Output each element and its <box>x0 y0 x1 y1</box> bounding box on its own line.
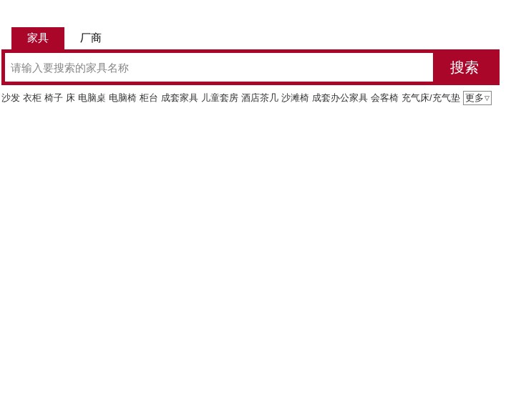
hot-link[interactable]: 床 <box>66 92 75 104</box>
hot-link[interactable]: 成套办公家具 <box>312 92 368 104</box>
hot-link[interactable]: 酒店茶几 <box>241 92 278 104</box>
more-button[interactable]: 更多 ▽ <box>463 91 492 105</box>
hot-link[interactable]: 柜台 <box>140 92 158 104</box>
hot-link[interactable]: 沙发 <box>1 92 20 104</box>
hot-link[interactable]: 沙滩椅 <box>281 92 309 104</box>
search-bar: 搜索 <box>1 49 500 85</box>
hot-link[interactable]: 会客椅 <box>371 92 399 104</box>
more-label: 更多 <box>465 92 484 104</box>
hot-link[interactable]: 椅子 <box>44 92 63 104</box>
chevron-down-icon: ▽ <box>485 94 490 102</box>
hot-link[interactable]: 电脑椅 <box>109 92 137 104</box>
hot-link[interactable]: 儿童套房 <box>201 92 238 104</box>
search-button[interactable]: 搜索 <box>433 53 496 82</box>
hot-search-row: 沙发 衣柜 椅子 床 电脑桌 电脑椅 柜台 成套家具 儿童套房 酒店茶几 沙滩椅… <box>0 85 501 105</box>
hot-link[interactable]: 衣柜 <box>23 92 42 104</box>
tab-furniture[interactable]: 家具 <box>11 27 64 49</box>
tab-vendor[interactable]: 厂商 <box>64 27 117 49</box>
search-tabs: 家具 厂商 <box>11 27 501 49</box>
hot-link[interactable]: 充气床/充气垫 <box>402 92 460 104</box>
search-input[interactable] <box>5 53 433 82</box>
hot-link[interactable]: 电脑桌 <box>78 92 106 104</box>
hot-link[interactable]: 成套家具 <box>161 92 198 104</box>
